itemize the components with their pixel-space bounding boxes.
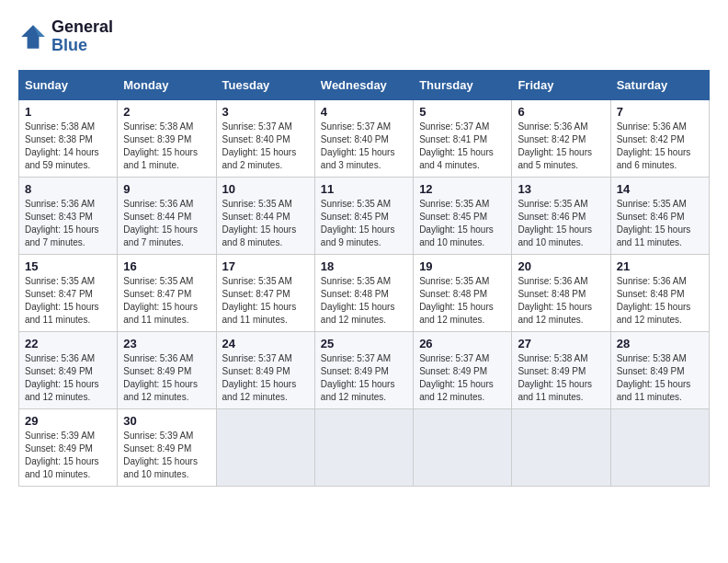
weekday-header-row: SundayMondayTuesdayWednesdayThursdayFrid… — [19, 70, 710, 99]
weekday-header-sunday: Sunday — [19, 70, 118, 99]
day-content: Sunrise: 5:36 AMSunset: 8:42 PMDaylight:… — [617, 121, 703, 172]
calendar-cell: 28Sunrise: 5:38 AMSunset: 8:49 PMDayligh… — [610, 331, 709, 408]
day-content: Sunrise: 5:35 AMSunset: 8:44 PMDaylight:… — [222, 198, 309, 249]
calendar-cell: 11Sunrise: 5:35 AMSunset: 8:45 PMDayligh… — [314, 177, 413, 254]
day-number: 22 — [25, 337, 111, 350]
day-content: Sunrise: 5:36 AMSunset: 8:44 PMDaylight:… — [123, 198, 210, 249]
weekday-header-saturday: Saturday — [610, 70, 709, 99]
day-number: 21 — [617, 259, 703, 273]
day-number: 29 — [25, 414, 111, 428]
day-content: Sunrise: 5:37 AMSunset: 8:49 PMDaylight:… — [222, 352, 309, 404]
page-header: General Blue — [18, 18, 710, 55]
calendar-cell: 4Sunrise: 5:37 AMSunset: 8:40 PMDaylight… — [314, 99, 413, 177]
calendar-cell: 24Sunrise: 5:37 AMSunset: 8:49 PMDayligh… — [216, 331, 314, 408]
day-number: 7 — [617, 105, 703, 119]
calendar-cell: 23Sunrise: 5:36 AMSunset: 8:49 PMDayligh… — [118, 331, 216, 408]
weekday-header-tuesday: Tuesday — [216, 70, 314, 99]
calendar-cell: 18Sunrise: 5:35 AMSunset: 8:48 PMDayligh… — [314, 254, 413, 331]
day-content: Sunrise: 5:36 AMSunset: 8:43 PMDaylight:… — [25, 198, 111, 249]
calendar-cell: 26Sunrise: 5:37 AMSunset: 8:49 PMDayligh… — [414, 331, 512, 408]
calendar-cell: 6Sunrise: 5:36 AMSunset: 8:42 PMDaylight… — [512, 99, 610, 177]
calendar-week-row: 22Sunrise: 5:36 AMSunset: 8:49 PMDayligh… — [19, 331, 710, 408]
calendar-cell: 5Sunrise: 5:37 AMSunset: 8:41 PMDaylight… — [414, 99, 512, 177]
calendar-cell: 25Sunrise: 5:37 AMSunset: 8:49 PMDayligh… — [314, 331, 413, 408]
calendar-cell: 1Sunrise: 5:38 AMSunset: 8:38 PMDaylight… — [19, 99, 118, 177]
calendar-cell: 30Sunrise: 5:39 AMSunset: 8:49 PMDayligh… — [118, 408, 216, 486]
calendar-cell: 13Sunrise: 5:35 AMSunset: 8:46 PMDayligh… — [512, 177, 610, 254]
calendar-cell: 8Sunrise: 5:36 AMSunset: 8:43 PMDaylight… — [19, 177, 118, 254]
weekday-header-wednesday: Wednesday — [314, 70, 413, 99]
day-number: 3 — [222, 105, 309, 119]
day-content: Sunrise: 5:37 AMSunset: 8:49 PMDaylight:… — [321, 352, 407, 404]
logo-icon — [18, 22, 48, 52]
calendar-cell — [512, 408, 610, 486]
day-number: 10 — [222, 182, 309, 196]
weekday-header-monday: Monday — [118, 70, 216, 99]
calendar-cell — [414, 408, 512, 486]
day-number: 11 — [321, 182, 407, 196]
day-number: 13 — [518, 182, 604, 196]
day-content: Sunrise: 5:38 AMSunset: 8:38 PMDaylight:… — [25, 121, 111, 172]
day-number: 8 — [25, 182, 111, 196]
day-number: 19 — [419, 259, 506, 273]
calendar-week-row: 1Sunrise: 5:38 AMSunset: 8:38 PMDaylight… — [19, 99, 710, 177]
weekday-header-thursday: Thursday — [414, 70, 512, 99]
day-number: 25 — [321, 337, 407, 350]
day-content: Sunrise: 5:36 AMSunset: 8:42 PMDaylight:… — [518, 121, 604, 172]
calendar-week-row: 29Sunrise: 5:39 AMSunset: 8:49 PMDayligh… — [19, 408, 710, 486]
calendar-cell: 12Sunrise: 5:35 AMSunset: 8:45 PMDayligh… — [414, 177, 512, 254]
day-content: Sunrise: 5:37 AMSunset: 8:49 PMDaylight:… — [419, 352, 506, 404]
day-content: Sunrise: 5:38 AMSunset: 8:39 PMDaylight:… — [123, 121, 210, 172]
day-content: Sunrise: 5:38 AMSunset: 8:49 PMDaylight:… — [518, 352, 604, 404]
day-number: 9 — [123, 182, 210, 196]
day-number: 6 — [518, 105, 604, 119]
day-content: Sunrise: 5:35 AMSunset: 8:45 PMDaylight:… — [321, 198, 407, 249]
day-number: 12 — [419, 182, 506, 196]
weekday-header-friday: Friday — [512, 70, 610, 99]
day-number: 16 — [123, 259, 210, 273]
day-number: 20 — [518, 259, 604, 273]
day-content: Sunrise: 5:36 AMSunset: 8:49 PMDaylight:… — [25, 352, 111, 404]
logo: General Blue — [18, 18, 113, 55]
day-content: Sunrise: 5:37 AMSunset: 8:40 PMDaylight:… — [321, 121, 407, 172]
day-content: Sunrise: 5:35 AMSunset: 8:47 PMDaylight:… — [25, 275, 111, 327]
logo-text: General Blue — [51, 18, 113, 55]
calendar-cell: 16Sunrise: 5:35 AMSunset: 8:47 PMDayligh… — [118, 254, 216, 331]
day-content: Sunrise: 5:35 AMSunset: 8:47 PMDaylight:… — [123, 275, 210, 327]
day-number: 17 — [222, 259, 309, 273]
calendar-cell: 20Sunrise: 5:36 AMSunset: 8:48 PMDayligh… — [512, 254, 610, 331]
calendar-week-row: 8Sunrise: 5:36 AMSunset: 8:43 PMDaylight… — [19, 177, 710, 254]
day-number: 4 — [321, 105, 407, 119]
calendar-cell: 19Sunrise: 5:35 AMSunset: 8:48 PMDayligh… — [414, 254, 512, 331]
day-content: Sunrise: 5:36 AMSunset: 8:49 PMDaylight:… — [123, 352, 210, 404]
day-number: 30 — [123, 414, 210, 428]
calendar: SundayMondayTuesdayWednesdayThursdayFrid… — [18, 70, 710, 487]
calendar-cell: 22Sunrise: 5:36 AMSunset: 8:49 PMDayligh… — [19, 331, 118, 408]
calendar-cell: 27Sunrise: 5:38 AMSunset: 8:49 PMDayligh… — [512, 331, 610, 408]
calendar-cell: 14Sunrise: 5:35 AMSunset: 8:46 PMDayligh… — [610, 177, 709, 254]
day-content: Sunrise: 5:36 AMSunset: 8:48 PMDaylight:… — [617, 275, 703, 327]
calendar-cell: 15Sunrise: 5:35 AMSunset: 8:47 PMDayligh… — [19, 254, 118, 331]
day-content: Sunrise: 5:39 AMSunset: 8:49 PMDaylight:… — [123, 430, 210, 481]
day-number: 28 — [617, 337, 703, 350]
calendar-week-row: 15Sunrise: 5:35 AMSunset: 8:47 PMDayligh… — [19, 254, 710, 331]
day-number: 26 — [419, 337, 506, 350]
day-number: 15 — [25, 259, 111, 273]
day-content: Sunrise: 5:35 AMSunset: 8:48 PMDaylight:… — [321, 275, 407, 327]
day-content: Sunrise: 5:35 AMSunset: 8:47 PMDaylight:… — [222, 275, 309, 327]
day-number: 5 — [419, 105, 506, 119]
calendar-cell: 21Sunrise: 5:36 AMSunset: 8:48 PMDayligh… — [610, 254, 709, 331]
day-number: 18 — [321, 259, 407, 273]
day-content: Sunrise: 5:37 AMSunset: 8:41 PMDaylight:… — [419, 121, 506, 172]
day-number: 1 — [25, 105, 111, 119]
day-content: Sunrise: 5:35 AMSunset: 8:48 PMDaylight:… — [419, 275, 506, 327]
day-number: 14 — [617, 182, 703, 196]
day-content: Sunrise: 5:35 AMSunset: 8:46 PMDaylight:… — [518, 198, 604, 249]
day-content: Sunrise: 5:38 AMSunset: 8:49 PMDaylight:… — [617, 352, 703, 404]
calendar-cell: 7Sunrise: 5:36 AMSunset: 8:42 PMDaylight… — [610, 99, 709, 177]
day-content: Sunrise: 5:35 AMSunset: 8:45 PMDaylight:… — [419, 198, 506, 249]
calendar-cell — [610, 408, 709, 486]
day-content: Sunrise: 5:39 AMSunset: 8:49 PMDaylight:… — [25, 430, 111, 481]
day-content: Sunrise: 5:37 AMSunset: 8:40 PMDaylight:… — [222, 121, 309, 172]
day-number: 27 — [518, 337, 604, 350]
